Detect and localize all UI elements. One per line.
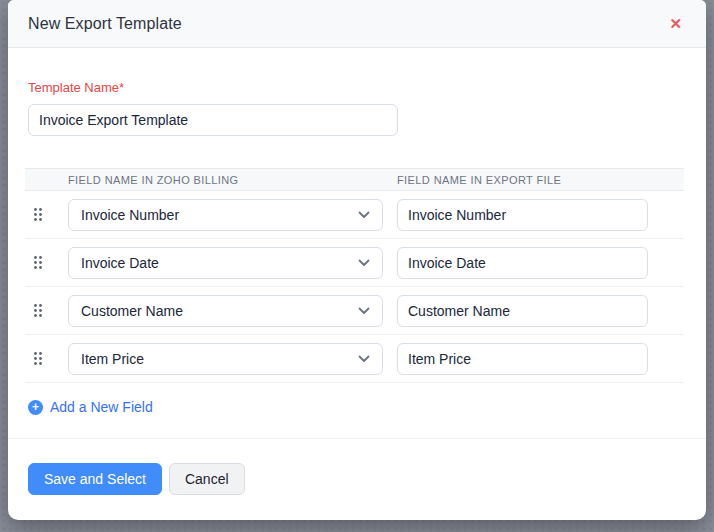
template-name-input[interactable] [28, 104, 398, 136]
export-field-input[interactable] [397, 343, 648, 375]
table-header-row: Field Name in Zoho Billing Field Name in… [25, 168, 684, 191]
dialog-header: New Export Template ✕ [8, 0, 706, 48]
drag-handle-icon[interactable] [25, 303, 68, 318]
drag-handle-icon[interactable] [25, 351, 68, 366]
table-rows: Invoice Number Invoice Date [25, 191, 684, 383]
dialog-title: New Export Template [28, 15, 182, 33]
chevron-down-icon [358, 307, 370, 315]
field-mapping-row: Customer Name [25, 287, 684, 335]
dialog-body: Template Name* Field Name in Zoho Billin… [8, 80, 706, 495]
field-mapping-row: Invoice Date [25, 239, 684, 287]
export-field-input[interactable] [397, 295, 648, 327]
zoho-field-select[interactable]: Item Price [68, 343, 383, 375]
chevron-down-icon [358, 211, 370, 219]
zoho-field-selected-value: Item Price [81, 351, 144, 367]
cancel-button[interactable]: Cancel [169, 463, 245, 495]
field-mapping-row: Invoice Number [25, 191, 684, 239]
export-field-input[interactable] [397, 247, 648, 279]
column-header-zoho-field: Field Name in Zoho Billing [68, 174, 383, 186]
zoho-field-selected-value: Invoice Date [81, 255, 159, 271]
zoho-field-select[interactable]: Invoice Number [68, 199, 383, 231]
add-new-field-button[interactable]: + Add a New Field [28, 399, 153, 415]
zoho-field-selected-value: Customer Name [81, 303, 183, 319]
field-mapping-row: Item Price [25, 335, 684, 383]
drag-handle-icon[interactable] [25, 207, 68, 222]
chevron-down-icon [358, 259, 370, 267]
field-mapping-table: Field Name in Zoho Billing Field Name in… [25, 168, 684, 383]
template-name-label: Template Name* [28, 80, 686, 95]
column-header-export-field: Field Name in Export File [397, 174, 648, 186]
close-icon[interactable]: ✕ [665, 12, 686, 35]
dialog-footer: Save and Select Cancel [28, 439, 686, 495]
new-export-template-dialog: New Export Template ✕ Template Name* Fie… [8, 0, 706, 520]
add-new-field-label: Add a New Field [50, 399, 153, 415]
zoho-field-selected-value: Invoice Number [81, 207, 179, 223]
plus-circle-icon: + [28, 400, 43, 415]
export-field-input[interactable] [397, 199, 648, 231]
zoho-field-select[interactable]: Invoice Date [68, 247, 383, 279]
chevron-down-icon [358, 355, 370, 363]
zoho-field-select[interactable]: Customer Name [68, 295, 383, 327]
drag-handle-icon[interactable] [25, 255, 68, 270]
save-and-select-button[interactable]: Save and Select [28, 463, 162, 495]
